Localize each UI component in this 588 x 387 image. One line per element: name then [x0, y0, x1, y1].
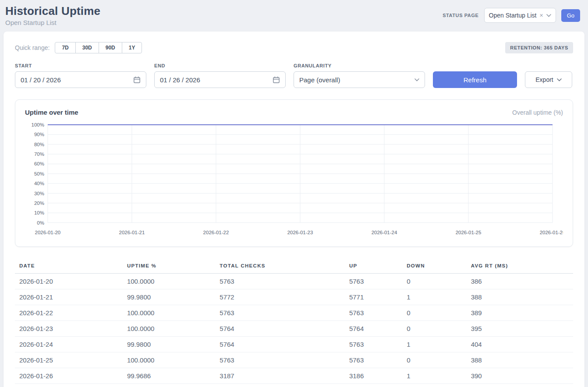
table-cell: 5764: [215, 336, 345, 352]
table-cell: 2026-01-26: [15, 368, 123, 383]
quick-range-row: Quick range: 7D30D90D1Y RETENTION: 365 D…: [15, 42, 573, 53]
table-cell: 99.9800: [123, 289, 215, 305]
page-title: Historical Uptime: [5, 4, 100, 18]
svg-text:2026-01-23: 2026-01-23: [287, 230, 313, 235]
quick-range-30d[interactable]: 30D: [75, 42, 99, 53]
table-cell: 5763: [215, 352, 345, 368]
calendar-icon: [133, 76, 141, 84]
end-label: END: [154, 63, 286, 68]
table-cell: 100.0000: [123, 273, 215, 289]
table-cell: 99.9686: [123, 368, 215, 383]
start-field: START 01 / 20 / 2026: [15, 63, 146, 88]
svg-text:0%: 0%: [37, 220, 44, 225]
table-cell: 0: [402, 305, 467, 320]
table-cell: 99.9800: [123, 336, 215, 352]
svg-text:2026-01-26: 2026-01-26: [540, 230, 563, 235]
table-cell: 2026-01-22: [15, 305, 123, 320]
status-page-select[interactable]: Open Startup List ×: [484, 8, 556, 23]
quick-range-7d[interactable]: 7D: [55, 42, 75, 53]
table-row: 2026-01-25100.0000576357630388: [15, 352, 573, 368]
column-header: AVG RT (MS): [467, 258, 573, 274]
table-cell: 386: [467, 273, 573, 289]
end-date-input[interactable]: 01 / 26 / 2026: [154, 71, 286, 88]
svg-text:20%: 20%: [34, 201, 44, 206]
table-cell: 5771: [345, 289, 402, 305]
export-button[interactable]: Export: [525, 71, 572, 88]
go-button[interactable]: Go: [561, 9, 580, 22]
table-cell: 388: [467, 289, 573, 305]
start-date-value: 01 / 20 / 2026: [21, 76, 61, 84]
table-cell: 5763: [345, 352, 402, 368]
table-cell: 2026-01-25: [15, 352, 123, 368]
chart-title: Uptime over time: [25, 109, 78, 116]
column-header: DOWN: [402, 258, 467, 274]
svg-text:80%: 80%: [34, 142, 44, 147]
granularity-select[interactable]: Page (overall): [294, 71, 425, 88]
table-cell: 5763: [345, 336, 402, 352]
table-cell: 3187: [215, 368, 345, 383]
table-cell: 404: [467, 336, 573, 352]
table-row: 2026-01-23100.0000576457640395: [15, 320, 573, 336]
table-cell: 5772: [215, 289, 345, 305]
svg-text:2026-01-20: 2026-01-20: [35, 230, 61, 235]
svg-text:2026-01-24: 2026-01-24: [372, 230, 397, 235]
table-cell: 100.0000: [123, 320, 215, 336]
svg-text:60%: 60%: [34, 161, 44, 166]
svg-text:10%: 10%: [34, 210, 44, 215]
title-block: Historical Uptime Open Startup List: [5, 4, 100, 26]
filter-form: START 01 / 20 / 2026 END 01 / 26 / 2026 …: [15, 63, 573, 88]
table-row: 2026-01-20100.0000576357630386: [15, 273, 573, 289]
export-label: Export: [535, 76, 553, 83]
svg-text:100%: 100%: [32, 122, 44, 127]
start-label: START: [15, 63, 146, 68]
topbar: Historical Uptime Open Startup List STAT…: [0, 0, 588, 26]
page-subtitle: Open Startup List: [5, 19, 100, 26]
end-field: END 01 / 26 / 2026: [154, 63, 286, 88]
chevron-down-icon: [557, 78, 562, 81]
table-cell: 0: [402, 320, 467, 336]
svg-text:30%: 30%: [34, 191, 44, 196]
table-cell: 5763: [215, 305, 345, 320]
table-row: 2026-01-22100.0000576357630389: [15, 305, 573, 320]
svg-text:70%: 70%: [34, 151, 44, 157]
chevron-down-icon: [414, 78, 419, 81]
table-row: 2026-01-2199.9800577257711388: [15, 289, 573, 305]
quick-range-1y[interactable]: 1Y: [122, 42, 142, 53]
table-row: 2026-01-2699.9686318731861390: [15, 368, 573, 383]
column-header: UPTIME %: [123, 258, 215, 274]
table-cell: 100.0000: [123, 305, 215, 320]
granularity-value: Page (overall): [299, 76, 340, 84]
svg-text:2026-01-25: 2026-01-25: [456, 230, 482, 235]
column-header: DATE: [15, 258, 123, 274]
clear-icon[interactable]: ×: [539, 12, 543, 18]
svg-text:50%: 50%: [34, 171, 44, 176]
table-cell: 5763: [345, 273, 402, 289]
granularity-label: GRANULARITY: [294, 63, 425, 68]
status-page-value: Open Startup List: [489, 12, 537, 19]
table-cell: 2026-01-23: [15, 320, 123, 336]
uptime-line-chart: 100%90%80%70%60%50%40%30%20%10%0%2026-01…: [25, 121, 563, 240]
table-cell: 395: [467, 320, 573, 336]
column-header: UP: [345, 258, 402, 274]
refresh-button[interactable]: Refresh: [433, 71, 517, 88]
retention-badge: RETENTION: 365 DAYS: [505, 42, 573, 53]
column-header: TOTAL CHECKS: [215, 258, 345, 274]
chart-card: Uptime over time Overall uptime (%) 100%…: [15, 99, 573, 247]
status-page-controls: STATUS PAGE Open Startup List × Go: [443, 8, 580, 23]
start-date-input[interactable]: 01 / 20 / 2026: [15, 71, 146, 88]
table-cell: 5764: [345, 320, 402, 336]
quick-range-90d[interactable]: 90D: [99, 42, 122, 53]
quick-range-group: 7D30D90D1Y: [55, 42, 142, 53]
table-cell: 1: [402, 336, 467, 352]
svg-text:90%: 90%: [34, 132, 44, 137]
table-cell: 5763: [215, 273, 345, 289]
granularity-field: GRANULARITY Page (overall): [294, 63, 425, 88]
table-cell: 3186: [345, 368, 402, 383]
main-panel: Quick range: 7D30D90D1Y RETENTION: 365 D…: [4, 32, 584, 387]
svg-text:2026-01-22: 2026-01-22: [203, 230, 229, 235]
table-cell: 2026-01-20: [15, 273, 123, 289]
table-cell: 0: [402, 352, 467, 368]
table-cell: 2026-01-21: [15, 289, 123, 305]
chart-header: Uptime over time Overall uptime (%): [25, 109, 563, 116]
status-page-label: STATUS PAGE: [443, 13, 478, 18]
